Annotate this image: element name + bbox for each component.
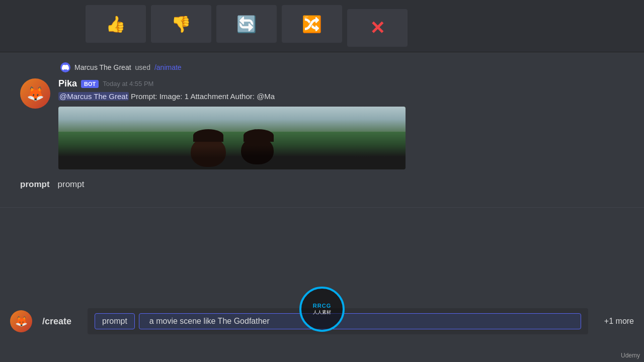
notification-action: used bbox=[135, 63, 150, 71]
sender-name: Pika bbox=[58, 78, 77, 89]
image-preview bbox=[58, 107, 406, 169]
rrcg-text: RRCG bbox=[313, 303, 331, 309]
message-timestamp: Today at 4:55 PM bbox=[103, 80, 153, 87]
prompt-section: prompt prompt bbox=[10, 179, 644, 190]
command-notification: Marcus The Great used /animate bbox=[10, 62, 644, 72]
action-buttons-area: 👍 👎 🔄 🔀 ✕ bbox=[0, 0, 644, 52]
x-icon: ✕ bbox=[370, 18, 385, 39]
notification-command: /animate bbox=[154, 63, 182, 71]
message-header: Pika BOT Today at 4:55 PM bbox=[58, 78, 644, 89]
sky-background bbox=[58, 107, 406, 132]
rrcg-logo: RRCG 人人素材 bbox=[299, 287, 345, 332]
heads-figures bbox=[191, 137, 274, 167]
separator bbox=[0, 207, 644, 208]
thumbs-down-icon: 👎 bbox=[171, 15, 191, 34]
bot-badge: BOT bbox=[81, 80, 99, 88]
rrcg-subtitle: 人人素材 bbox=[313, 309, 331, 316]
message-row: 🦊 Pika BOT Today at 4:55 PM @Marcus The … bbox=[10, 78, 644, 169]
thumbs-up-button[interactable]: 👍 bbox=[86, 5, 146, 43]
rrcg-inner: RRCG 人人素材 bbox=[313, 303, 331, 316]
command-tag: prompt bbox=[95, 313, 135, 329]
shuffle-button[interactable]: 🔀 bbox=[282, 5, 342, 43]
cancel-button[interactable]: ✕ bbox=[347, 9, 408, 47]
message-body: Prompt: Image: 1 Attachment Author: @Ma bbox=[131, 92, 275, 101]
message-text: @Marcus The Great Prompt: Image: 1 Attac… bbox=[58, 91, 644, 102]
notification-user: Marcus The Great bbox=[74, 63, 131, 71]
head-right bbox=[241, 137, 274, 164]
head-left bbox=[191, 137, 226, 167]
avatar-small: 🦊 bbox=[10, 310, 32, 332]
more-badge: +1 more bbox=[604, 317, 634, 326]
mention-text: @Marcus The Great bbox=[58, 92, 129, 101]
prompt-value: prompt bbox=[58, 179, 85, 190]
prompt-label: prompt bbox=[20, 179, 50, 190]
avatar: 🦊 bbox=[20, 78, 50, 109]
command-value: a movie scene like The Godfather bbox=[139, 313, 581, 329]
message-content: Pika BOT Today at 4:55 PM @Marcus The Gr… bbox=[58, 78, 644, 169]
image-preview-inner bbox=[58, 107, 406, 169]
udemy-badge: Udemy bbox=[621, 352, 640, 359]
thumbs-up-icon: 👍 bbox=[106, 15, 126, 34]
command-slash-text: /create bbox=[42, 316, 71, 327]
rrcg-watermark: RRCG 人人素材 bbox=[299, 287, 345, 332]
refresh-button[interactable]: 🔄 bbox=[216, 5, 277, 43]
chat-area: Marcus The Great used /animate 🦊 Pika BO… bbox=[0, 52, 644, 200]
refresh-icon: 🔄 bbox=[236, 15, 257, 34]
discord-icon bbox=[60, 62, 70, 72]
shuffle-icon: 🔀 bbox=[302, 15, 322, 34]
thumbs-down-button[interactable]: 👎 bbox=[151, 5, 211, 43]
